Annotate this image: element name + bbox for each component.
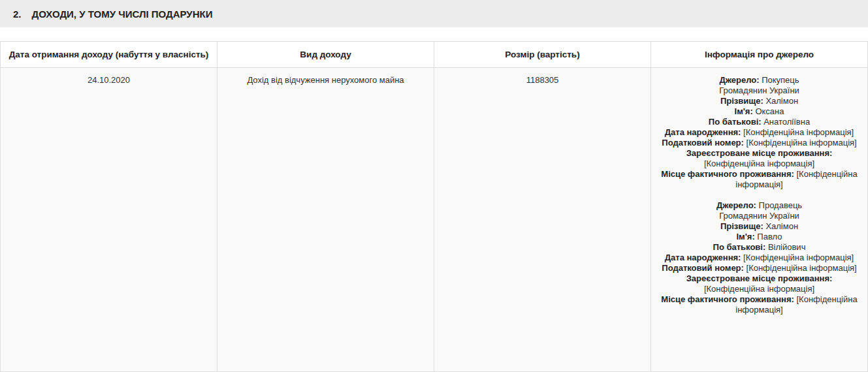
source-info: Джерело: ПокупецьГромадянин УкраїниПрізв… bbox=[659, 75, 860, 315]
cell-income-type: Дохід від відчуження нерухомого майна bbox=[217, 68, 434, 372]
source-block: Джерело: ПокупецьГромадянин УкраїниПрізв… bbox=[659, 75, 860, 190]
source-line: По батькові: Анатоліївна bbox=[659, 117, 860, 127]
source-field-value: Громадянин України bbox=[719, 85, 799, 95]
income-table-container: Дата отримання доходу (набуття у власніс… bbox=[0, 41, 868, 372]
source-field-value: [Конфіденційна інформація] bbox=[704, 159, 814, 168]
source-line: Джерело: Продавець bbox=[659, 200, 860, 211]
col-header-amount: Розмір (вартість) bbox=[434, 42, 651, 68]
source-field-label: Податковий номер: bbox=[662, 263, 744, 273]
source-field-label: По батькові: bbox=[713, 242, 766, 252]
col-header-income-type: Вид доходу bbox=[217, 42, 434, 68]
cell-source-info: Джерело: ПокупецьГромадянин УкраїниПрізв… bbox=[651, 68, 868, 372]
cell-income-date: 24.10.2020 bbox=[1, 68, 217, 372]
source-field-label: Ім'я: bbox=[735, 106, 753, 116]
source-field-value: Павло bbox=[757, 232, 782, 241]
source-block: Джерело: ПродавецьГромадянин УкраїниПріз… bbox=[659, 200, 860, 315]
source-field-label: Місце фактичного проживання: bbox=[661, 169, 794, 179]
source-field-value: Вілійович bbox=[768, 242, 805, 252]
source-field-value: Продавець bbox=[759, 200, 803, 210]
source-line: Податковий номер: [Конфіденційна інформа… bbox=[659, 138, 860, 148]
source-field-label: Джерело: bbox=[719, 75, 759, 85]
source-field-label: Дата народження: bbox=[665, 127, 741, 137]
source-line: Місце фактичного проживання: [Конфіденці… bbox=[659, 294, 860, 315]
section-header-bar: 2. ДОХОДИ, У ТОМУ ЧИСЛІ ПОДАРУНКИ bbox=[0, 0, 868, 27]
source-field-value: [Конфіденційна інформація] bbox=[747, 138, 857, 147]
source-line: Дата народження: [Конфіденційна інформац… bbox=[659, 127, 860, 138]
table-row: 24.10.2020 Дохід від відчуження нерухомо… bbox=[1, 68, 868, 372]
source-field-label: Дата народження: bbox=[665, 253, 741, 262]
source-line: Прізвище: Халімон bbox=[659, 96, 860, 106]
source-line: Громадянин України bbox=[659, 85, 860, 96]
source-line: Ім'я: Оксана bbox=[659, 106, 860, 117]
source-line: Дата народження: [Конфіденційна інформац… bbox=[659, 253, 860, 263]
source-field-label: Ім'я: bbox=[736, 232, 754, 241]
source-field-label: Податковий номер: bbox=[662, 138, 744, 147]
source-line: Зареєстроване місце проживання: [Конфіде… bbox=[659, 273, 860, 294]
source-field-label: Прізвище: bbox=[720, 96, 764, 106]
source-field-value: Оксана bbox=[755, 106, 784, 116]
col-header-income-date: Дата отримання доходу (набуття у власніс… bbox=[1, 42, 217, 68]
source-field-value: Анатоліївна bbox=[764, 117, 810, 127]
source-field-label: Прізвище: bbox=[720, 221, 764, 231]
source-field-value: [Конфіденційна інформація] bbox=[747, 263, 857, 273]
source-field-value: Халімон bbox=[765, 221, 798, 231]
section-number: 2. bbox=[13, 8, 22, 20]
col-header-source-info: Інформація про джерело bbox=[651, 42, 868, 68]
source-field-label: Зареєстроване місце проживання: bbox=[686, 148, 833, 158]
source-field-label: Джерело: bbox=[716, 200, 756, 210]
table-header-row: Дата отримання доходу (набуття у власніс… bbox=[1, 42, 868, 68]
source-field-value: [Конфіденційна інформація] bbox=[743, 253, 854, 262]
source-line: Прізвище: Халімон bbox=[659, 221, 860, 232]
source-line: Ім'я: Павло bbox=[659, 232, 860, 242]
section-title: ДОХОДИ, У ТОМУ ЧИСЛІ ПОДАРУНКИ bbox=[32, 8, 213, 20]
source-line: Громадянин України bbox=[659, 211, 860, 221]
source-field-label: Зареєстроване місце проживання: bbox=[686, 273, 833, 283]
source-field-label: Місце фактичного проживання: bbox=[661, 294, 794, 304]
source-field-value: Покупець bbox=[762, 75, 799, 85]
declaration-section: 2. ДОХОДИ, У ТОМУ ЧИСЛІ ПОДАРУНКИ Дата о… bbox=[0, 0, 868, 372]
source-line: Зареєстроване місце проживання: [Конфіде… bbox=[659, 148, 860, 169]
source-line: Джерело: Покупець bbox=[659, 75, 860, 85]
cell-amount: 1188305 bbox=[434, 68, 651, 372]
source-field-value: [Конфіденційна інформація] bbox=[704, 284, 814, 294]
source-field-value: Громадянин України bbox=[719, 211, 799, 221]
income-table: Дата отримання доходу (набуття у власніс… bbox=[0, 41, 868, 372]
source-field-value: [Конфіденційна інформація] bbox=[743, 127, 854, 137]
source-field-value: Халімон bbox=[765, 96, 798, 106]
source-line: Податковий номер: [Конфіденційна інформа… bbox=[659, 263, 860, 273]
source-line: По батькові: Вілійович bbox=[659, 242, 860, 253]
source-field-label: По батькові: bbox=[709, 117, 762, 127]
source-line: Місце фактичного проживання: [Конфіденці… bbox=[659, 169, 860, 190]
